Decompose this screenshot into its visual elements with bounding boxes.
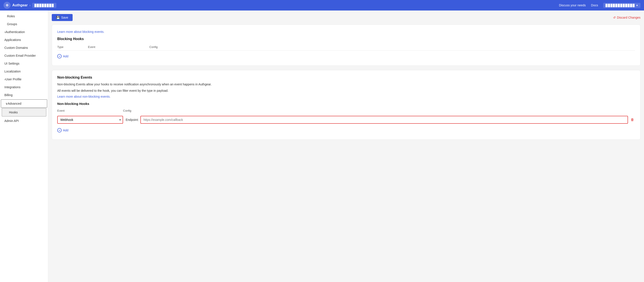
header: ⚙ Authgear › ████████ Discuss your needs… [0,0,644,10]
sidebar-item-integrations-label: Integrations [4,85,20,89]
webhook-row: Webhook ▾ Endpoint: 🗑 [57,116,635,124]
sidebar: Roles Groups › Authentication Applicatio… [0,10,48,282]
sidebar-item-hooks-label: Hooks [9,111,18,114]
non-blocking-table-header: Event Config [57,107,635,114]
layout: Roles Groups › Authentication Applicatio… [0,10,644,282]
save-label: Save [61,16,68,19]
discard-icon: ↺ [613,16,616,19]
non-blocking-learn-more-link[interactable]: Learn more about non-blocking events. [57,95,110,98]
endpoint-label: Endpoint: [126,118,139,122]
non-blocking-add-icon: + [57,128,62,133]
sidebar-item-billing[interactable]: Billing [0,91,48,99]
sidebar-item-integrations[interactable]: Integrations [0,83,48,91]
header-chevron-icon: › [30,3,30,7]
col-event: Event [88,45,149,49]
blocking-add-label: Add [63,54,68,58]
sidebar-item-billing-label: Billing [4,93,12,97]
blocking-hooks-table-header: Type Event Config [57,44,635,51]
sidebar-item-admin-api[interactable]: Admin API [0,117,48,125]
event-select[interactable]: Webhook [57,116,123,124]
non-blocking-add-button[interactable]: + Add [57,126,635,134]
nb-col-config: Config [123,109,635,112]
user-label: ████████████ [606,4,635,7]
non-blocking-add-label: Add [63,129,68,132]
header-nav: Discuss your needs Docs ████████████ ▾ [559,3,640,8]
sidebar-item-custom-email-label: Custom Email Provider [4,54,36,57]
sidebar-item-authentication-label: Authentication [6,30,25,34]
blocking-hooks-title: Blocking Hooks [57,37,635,41]
advanced-chevron-icon: ∨ [6,102,8,105]
non-blocking-hooks-title: Non-blocking Hooks [57,102,635,106]
project-selector[interactable]: ████████ [32,3,56,8]
sidebar-item-applications-label: Applications [4,38,21,42]
save-button[interactable]: 💾 Save [52,14,72,21]
docs-link[interactable]: Docs [591,3,598,7]
sidebar-item-groups-label: Groups [7,22,17,26]
blocking-events-card: Learn more about blocking events. Blocki… [52,24,640,66]
endpoint-input[interactable] [140,116,628,124]
sidebar-item-applications[interactable]: Applications [0,36,48,44]
logo-text: Authgear [12,3,28,7]
sidebar-item-ui-settings[interactable]: UI Settings [0,60,48,67]
sidebar-item-custom-email[interactable]: Custom Email Provider [0,52,48,60]
sidebar-item-localization[interactable]: Localization [0,67,48,75]
logo-icon: ⚙ [4,2,10,9]
sidebar-item-groups[interactable]: Groups [0,20,48,28]
sidebar-item-authentication[interactable]: › Authentication [0,28,48,36]
sidebar-item-admin-api-label: Admin API [4,119,19,123]
sidebar-item-user-profile[interactable]: › User Profile [0,75,48,83]
sidebar-item-advanced[interactable]: ∨ Advanced [1,99,47,108]
non-blocking-title: Non-blocking Events [57,76,635,79]
sidebar-item-roles[interactable]: Roles [0,12,48,20]
sidebar-item-localization-label: Localization [4,70,20,73]
user-menu[interactable]: ████████████ ▾ [603,3,640,8]
sidebar-item-custom-domains[interactable]: Custom Domains [0,44,48,52]
sidebar-item-custom-domains-label: Custom Domains [4,46,28,49]
non-blocking-desc1: Non-blocking Events allow your hooks to … [57,82,635,87]
discuss-needs-link[interactable]: Discuss your needs [559,3,586,7]
discard-label: Discard Changes [617,16,640,19]
col-type: Type [57,45,88,49]
sidebar-item-user-profile-label: User Profile [6,78,22,81]
blocking-add-button[interactable]: + Add [57,52,635,60]
endpoint-wrapper: Endpoint: 🗑 [126,116,635,124]
sidebar-item-roles-label: Roles [7,14,15,18]
blocking-add-icon: + [57,54,62,58]
delete-hook-icon[interactable]: 🗑 [630,117,635,123]
blocking-learn-more-link[interactable]: Learn more about blocking events. [57,30,104,33]
logo[interactable]: ⚙ Authgear [4,2,28,9]
sidebar-item-advanced-label: Advanced [8,102,21,105]
top-bar: 💾 Save ↺ Discard Changes [52,14,640,21]
event-select-wrapper: Webhook ▾ [57,116,123,124]
save-icon: 💾 [56,16,60,19]
sidebar-item-hooks[interactable]: Hooks [2,108,46,117]
main-content: 💾 Save ↺ Discard Changes Learn more abou… [48,10,644,282]
nb-col-event: Event [57,109,123,112]
user-chevron-icon: ▾ [636,4,638,7]
discard-button[interactable]: ↺ Discard Changes [613,16,640,19]
non-blocking-desc2: All events will be delivered to the hook… [57,88,635,93]
sidebar-item-ui-settings-label: UI Settings [4,62,19,65]
col-config: Config [149,45,635,49]
non-blocking-events-card: Non-blocking Events Non-blocking Events … [52,70,640,140]
